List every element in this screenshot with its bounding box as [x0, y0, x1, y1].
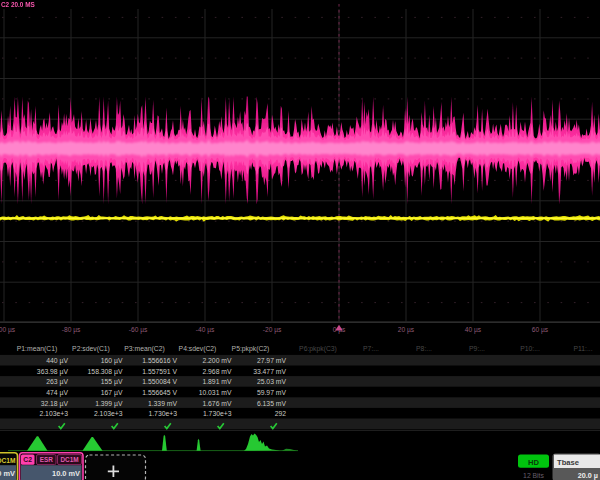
svg-text:P11:...: P11:... — [573, 345, 592, 352]
svg-text:33.477 mV: 33.477 mV — [253, 368, 286, 375]
svg-text:-20 µs: -20 µs — [263, 326, 282, 334]
svg-text:P2:sdev(C1): P2:sdev(C1) — [72, 345, 110, 353]
svg-text:-40 µs: -40 µs — [196, 326, 215, 334]
svg-text:P5:pkpk(C2): P5:pkpk(C2) — [232, 345, 270, 353]
svg-text:1.557591 V: 1.557591 V — [142, 368, 177, 375]
svg-text:25.03 mV: 25.03 mV — [257, 378, 287, 385]
svg-text:P6:pkpk(C3): P6:pkpk(C3) — [299, 345, 337, 353]
svg-text:2.103e+3: 2.103e+3 — [94, 410, 123, 417]
svg-text:-60 µs: -60 µs — [129, 326, 148, 334]
svg-text:2.200 mV: 2.200 mV — [202, 357, 232, 364]
svg-text:HD: HD — [528, 458, 539, 467]
svg-text:P8:...: P8:... — [416, 345, 432, 352]
svg-text:1.891 mV: 1.891 mV — [202, 378, 232, 385]
svg-text:P7:...: P7:... — [363, 345, 379, 352]
svg-text:ESR: ESR — [40, 456, 54, 463]
svg-text:1.676 mV: 1.676 mV — [202, 400, 232, 407]
svg-text:DC1M: DC1M — [0, 457, 16, 464]
svg-text:12 Bits: 12 Bits — [523, 472, 544, 479]
svg-text:P9:...: P9:... — [469, 345, 485, 352]
svg-text:263 µV: 263 µV — [46, 378, 68, 386]
svg-text:1.556616 V: 1.556616 V — [142, 357, 177, 364]
svg-text:40 µs: 40 µs — [465, 326, 482, 334]
svg-text:2.103e+3: 2.103e+3 — [39, 410, 68, 417]
svg-text:P3:mean(C2): P3:mean(C2) — [124, 345, 164, 353]
svg-text:Tbase: Tbase — [557, 458, 579, 467]
svg-text:1.339 mV: 1.339 mV — [148, 400, 178, 407]
svg-text:10.031 mV: 10.031 mV — [199, 389, 232, 396]
svg-text:10.0 mV: 10.0 mV — [52, 469, 80, 478]
svg-text:1.399 µV: 1.399 µV — [95, 400, 123, 408]
svg-text:474 µV: 474 µV — [46, 389, 68, 397]
svg-text:-100 µs: -100 µs — [0, 326, 16, 334]
svg-text:P4:sdev(C2): P4:sdev(C2) — [179, 345, 217, 353]
svg-text:1.730e+3: 1.730e+3 — [148, 410, 177, 417]
svg-text:160 µV: 160 µV — [101, 357, 123, 365]
svg-text:363.98 µV: 363.98 µV — [37, 368, 69, 376]
svg-text:-80 µs: -80 µs — [62, 326, 81, 334]
svg-text:P1:mean(C1): P1:mean(C1) — [17, 345, 57, 353]
svg-text:DC1M: DC1M — [60, 456, 78, 463]
svg-text:440 µV: 440 µV — [46, 357, 68, 365]
svg-text:6.135 mV: 6.135 mV — [257, 400, 287, 407]
svg-text:20.0 µ: 20.0 µ — [578, 471, 598, 480]
svg-text:20 µs: 20 µs — [398, 326, 415, 334]
svg-text:155 µV: 155 µV — [101, 378, 123, 386]
svg-text:158.308 µV: 158.308 µV — [88, 368, 123, 376]
svg-text:C2 20.0 MS: C2 20.0 MS — [1, 1, 35, 8]
svg-text:C2: C2 — [23, 456, 32, 463]
svg-text:59.97 mV: 59.97 mV — [257, 389, 287, 396]
svg-text:292: 292 — [275, 410, 287, 417]
svg-text:60 µs: 60 µs — [532, 326, 549, 334]
svg-text:167 µV: 167 µV — [101, 389, 123, 397]
svg-text:1.730e+3: 1.730e+3 — [203, 410, 232, 417]
svg-text:1.550084 V: 1.550084 V — [142, 378, 177, 385]
svg-text:2.968 mV: 2.968 mV — [202, 368, 232, 375]
svg-text:P10:...: P10:... — [520, 345, 540, 352]
svg-text:1.556645 V: 1.556645 V — [142, 389, 177, 396]
svg-text:32.18 µV: 32.18 µV — [41, 400, 69, 408]
svg-text:27.97 mV: 27.97 mV — [257, 357, 287, 364]
svg-text:0 mV: 0 mV — [0, 469, 15, 478]
